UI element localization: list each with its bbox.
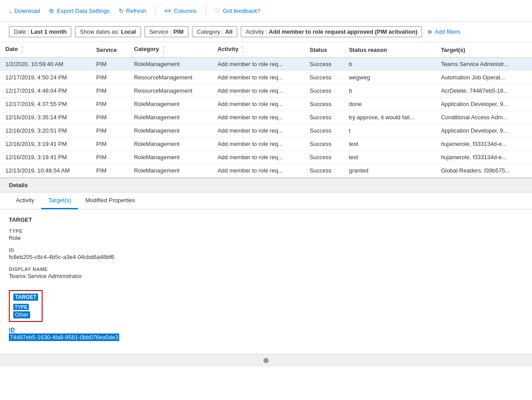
table-row[interactable]: 1/2/2020, 10:59:40 AM PIM RoleManagement… (0, 58, 532, 71)
cell-status: Success (304, 137, 344, 151)
cell-date: 12/16/2019, 3:19:41 PM (0, 151, 91, 164)
cell-date: 12/13/2019, 10:48:54 AM (0, 164, 91, 177)
cell-date: 12/17/2019, 4:50:24 PM (0, 71, 91, 84)
table-row[interactable]: 12/16/2019, 3:35:14 PM PIM RoleManagemen… (0, 111, 532, 124)
table-row[interactable]: 12/16/2019, 3:19:41 PM PIM RoleManagemen… (0, 137, 532, 151)
toolbar: ↓ Download ⚙ Export Data Settings ↻ Refr… (0, 0, 532, 22)
cell-activity: Add member to role req... (212, 98, 305, 111)
cell-status-reason: b (344, 84, 436, 98)
cell-service: PIM (91, 151, 129, 164)
tab-modified-properties[interactable]: Modified Properties (78, 192, 142, 209)
col-status: Status (304, 42, 344, 58)
table-row[interactable]: 12/17/2019, 4:37:55 PM PIM RoleManagemen… (0, 98, 532, 111)
tab-targets[interactable]: Target(s) (41, 192, 78, 209)
show-dates-value: Local (121, 28, 136, 35)
target2-type-value-badge: Other (13, 311, 30, 318)
cell-activity: Add member to role req... (212, 84, 305, 98)
cell-category: RoleManagement (129, 98, 212, 111)
cell-targets: Global Readers, f39b575... (436, 164, 532, 177)
cell-status: Success (304, 58, 344, 71)
target2-title-highlighted: TARGET (13, 294, 38, 303)
cell-status: Success (304, 151, 344, 164)
category-filter-value: All (225, 28, 233, 35)
tab-activity[interactable]: Activity (9, 192, 41, 209)
cell-date: 12/16/2019, 3:19:41 PM (0, 137, 91, 151)
table-row[interactable]: 12/17/2019, 4:49:04 PM PIM ResourceManag… (0, 84, 532, 98)
cell-service: PIM (91, 84, 129, 98)
cell-activity: Add member to role req... (212, 151, 305, 164)
date-filter[interactable]: Date : Last 1 month (9, 26, 71, 37)
table-row[interactable]: 12/17/2019, 4:50:24 PM PIM ResourceManag… (0, 71, 532, 84)
service-filter[interactable]: Service : PIM (145, 26, 188, 37)
feedback-icon: ♡ (215, 8, 220, 14)
download-icon: ↓ (9, 8, 12, 14)
cell-status: Success (304, 71, 344, 84)
cell-category: RoleManagement (129, 111, 212, 124)
cell-status-reason: test (344, 151, 436, 164)
cell-category: ResourceManagement (129, 71, 212, 84)
export-button[interactable]: ⚙ Export Data Settings (49, 8, 110, 14)
service-filter-label: Service : (149, 28, 172, 35)
date-sort-icon: ↑↓ (21, 46, 23, 54)
cell-service: PIM (91, 124, 129, 137)
columns-label: Columns (174, 8, 196, 14)
target2-highlighted-section: TARGET TYPE Other (9, 290, 43, 322)
cell-category: RoleManagement (129, 164, 212, 177)
refresh-icon: ↻ (119, 8, 124, 14)
target2-title-badge: TARGET (13, 294, 38, 301)
feedback-button[interactable]: ♡ Got feedback? (215, 8, 261, 14)
target2-id-label: ID (9, 326, 523, 333)
target2-id-field: ID 74487eb5-1630-4fa8-9581-0bb076ea5de3 (9, 326, 523, 341)
col-category[interactable]: Category ↑↓ (129, 42, 212, 58)
show-dates-filter[interactable]: Show dates as: Local (75, 26, 141, 37)
cell-activity: Add member to role req... (212, 71, 305, 84)
table-row[interactable]: 12/16/2019, 3:19:41 PM PIM RoleManagemen… (0, 151, 532, 164)
cell-targets: Automation Job Operat... (436, 71, 532, 84)
category-filter[interactable]: Category : All (192, 26, 237, 37)
target1-id-field: ID fc8eb205-c8c4-4b5c-a3e4-04cbd6a48bf6 (9, 247, 523, 260)
cell-category: RoleManagement (129, 58, 212, 71)
cell-targets: Teams Service Administr... (436, 58, 532, 71)
cell-service: PIM (91, 137, 129, 151)
cell-activity: Add member to role req... (212, 164, 305, 177)
columns-icon: ≡≡ (164, 8, 171, 14)
target1-type-value: Role (9, 235, 523, 241)
refresh-button[interactable]: ↻ Refresh (119, 8, 147, 14)
cell-targets: Application Developer, 9... (436, 98, 532, 111)
table-row[interactable]: 12/13/2019, 10:48:54 AM PIM RoleManageme… (0, 164, 532, 177)
add-filters-label: Add filters (434, 28, 460, 35)
activity-filter-value: Add member to role request approved (PIM… (269, 28, 417, 35)
col-date[interactable]: Date ↑↓ (0, 42, 91, 58)
download-button[interactable]: ↓ Download (9, 8, 40, 14)
cell-targets: AcrDelete, 74487eb5-16... (436, 84, 532, 98)
target1-id-label: ID (9, 247, 523, 253)
cell-status: Success (304, 84, 344, 98)
target2-type-highlighted: TYPE Other (13, 303, 38, 318)
cell-service: PIM (91, 98, 129, 111)
cell-targets: hujamerole, f333134d-e... (436, 151, 532, 164)
details-content: TARGET TYPE Role ID fc8eb205-c8c4-4b5c-a… (0, 209, 532, 354)
cell-service: PIM (91, 111, 129, 124)
show-dates-label: Show dates as: (80, 28, 119, 35)
col-activity[interactable]: Activity ↑↓ (212, 42, 305, 58)
cell-status-reason: test (344, 137, 436, 151)
cell-date: 12/16/2019, 3:35:14 PM (0, 111, 91, 124)
cell-status: Success (304, 111, 344, 124)
cell-targets: hujamerole, f333134d-e... (436, 137, 532, 151)
cell-targets: Application Developer, 9... (436, 124, 532, 137)
target2-id-value: 74487eb5-1630-4fa8-9581-0bb076ea5de3 (9, 334, 523, 341)
table-row[interactable]: 12/16/2019, 3:20:51 PM PIM RoleManagemen… (0, 124, 532, 137)
date-filter-label: Date : (14, 28, 29, 35)
add-filters-icon: ⊕ (427, 28, 432, 35)
cell-status-reason: granted (344, 164, 436, 177)
scrollbar-indicator[interactable] (0, 354, 532, 367)
target2-type-label-badge: TYPE (13, 304, 29, 310)
category-sort-icon: ↑↓ (162, 46, 164, 54)
cell-category: RoleManagement (129, 151, 212, 164)
target1-type-label: TYPE (9, 228, 523, 234)
add-filters-button[interactable]: ⊕ Add filters (427, 28, 460, 35)
refresh-label: Refresh (126, 8, 147, 14)
activity-sort-icon: ↑↓ (242, 46, 244, 54)
columns-button[interactable]: ≡≡ Columns (164, 8, 196, 14)
activity-filter[interactable]: Activity : Add member to role request ap… (241, 26, 422, 37)
